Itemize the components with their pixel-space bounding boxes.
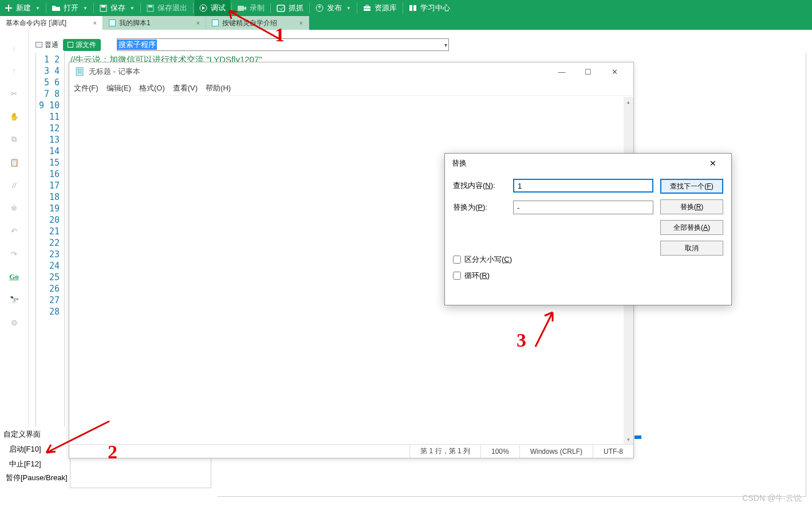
caret-icon: ▼	[36, 6, 40, 11]
cut-icon[interactable]: ✂	[8, 87, 21, 100]
dialog-title: 替换	[452, 158, 467, 168]
dialog-titlebar[interactable]: 替换 ✕	[445, 154, 731, 173]
tab-debug-commands[interactable]: 基本命令内容 [调试] ×	[0, 16, 103, 30]
publish-label: 发布	[327, 3, 342, 13]
svg-rect-1	[101, 5, 105, 7]
close-button[interactable]: ✕	[601, 62, 628, 81]
redo-icon[interactable]: ↷	[8, 248, 21, 260]
binoculars-icon[interactable]: 🔭	[8, 293, 21, 306]
replace-all-button[interactable]: 全部替换(A)	[660, 220, 723, 235]
mode-label: 普通	[45, 40, 58, 50]
hand-icon[interactable]: ✋	[8, 110, 21, 123]
tab-intro[interactable]: 按键精灵自学介绍 ×	[206, 16, 309, 30]
go-button[interactable]: Go	[8, 270, 21, 283]
tab-myscript[interactable]: 我的脚本1 ×	[103, 16, 206, 30]
debug-button[interactable]: 调试	[195, 0, 230, 16]
open-label: 打开	[64, 3, 78, 13]
menu-view[interactable]: 查看(V)	[173, 83, 198, 93]
arrow-down-icon[interactable]: ↓	[8, 41, 21, 54]
learn-button[interactable]: 学习中心	[404, 0, 455, 16]
status-encoding: UTF-8	[593, 445, 633, 458]
menu-help[interactable]: 帮助(H)	[206, 83, 231, 93]
caret-icon: ▼	[346, 6, 351, 11]
arrow-up-icon[interactable]: ↑	[8, 64, 21, 77]
notepad-titlebar[interactable]: 无标题 - 记事本 — ☐ ✕	[69, 62, 633, 81]
search-input[interactable]	[157, 41, 448, 49]
svg-rect-9	[366, 5, 368, 7]
close-icon[interactable]: ×	[299, 19, 303, 26]
search-value: 搜索子程序	[117, 40, 157, 50]
case-checkbox[interactable]	[453, 256, 461, 264]
comment-icon[interactable]: //	[8, 179, 21, 191]
folder-icon	[52, 5, 60, 11]
play-icon	[199, 4, 207, 12]
notepad-title: 无标题 - 记事本	[89, 66, 140, 77]
replace-label: 替换为(P):	[453, 202, 507, 213]
scroll-down-icon[interactable]: ▾	[624, 434, 633, 444]
document-icon	[68, 42, 73, 48]
record-button[interactable]: 录制	[233, 0, 269, 16]
window-icon	[36, 42, 42, 48]
resources-button[interactable]: 资源库	[358, 0, 401, 16]
menu-file[interactable]: 文件(F)	[74, 83, 98, 93]
case-label: 区分大小写(C)	[464, 254, 512, 265]
svg-rect-5	[238, 6, 244, 11]
open-button[interactable]: 打开▼	[48, 0, 92, 16]
capture-button[interactable]: 抓抓	[272, 0, 308, 16]
new-button[interactable]: 新建▼	[0, 0, 45, 16]
wrap-checkbox[interactable]	[453, 272, 461, 280]
record-label: 录制	[250, 3, 265, 13]
source-button[interactable]: 源文件	[63, 39, 101, 51]
uncomment-icon[interactable]: ※	[8, 202, 21, 214]
paste-icon[interactable]: 📋	[8, 156, 21, 168]
svg-rect-3	[148, 5, 152, 7]
save-exit-button[interactable]: 保存退出	[142, 0, 192, 16]
main-toolbar: 新建▼ 打开▼ 保存▼ 保存退出 调试 录制 抓抓 发布▼ 资源库 学习中心	[0, 0, 812, 16]
resources-label: 资源库	[375, 3, 397, 13]
notepad-icon	[75, 67, 84, 76]
status-eol: Windows (CRLF)	[519, 445, 593, 458]
svg-rect-6	[277, 5, 285, 11]
scroll-up-icon[interactable]: ▴	[624, 97, 633, 107]
publish-button[interactable]: 发布▼	[311, 0, 356, 16]
dropdown-icon[interactable]: ▾	[444, 42, 447, 48]
save-button[interactable]: 保存▼	[95, 0, 139, 16]
wrap-label: 循环(R)	[464, 270, 490, 281]
undo-icon[interactable]: ↶	[8, 225, 21, 237]
document-icon	[212, 19, 219, 26]
search-box[interactable]: 搜索子程序 ▾	[117, 38, 449, 51]
find-input[interactable]	[513, 179, 653, 193]
copy-icon[interactable]: ⧉	[8, 133, 21, 146]
document-icon	[109, 19, 116, 26]
dialog-close-button[interactable]: ✕	[701, 159, 724, 168]
tab-label: 我的脚本1	[119, 18, 151, 28]
capture-label: 抓抓	[289, 3, 303, 13]
source-label: 源文件	[76, 40, 96, 50]
debug-label: 调试	[211, 3, 226, 13]
find-label: 查找内容(N):	[453, 181, 507, 191]
menu-format[interactable]: 格式(O)	[139, 83, 165, 93]
settings-icon[interactable]: ⚙	[8, 316, 21, 329]
find-next-button[interactable]: 查找下一个(F)	[660, 179, 723, 194]
replace-button[interactable]: 替换(R)	[660, 199, 723, 214]
mode-normal[interactable]: 普通	[36, 40, 58, 50]
minimize-button[interactable]: —	[549, 62, 575, 81]
close-icon[interactable]: ×	[93, 19, 97, 26]
book-icon	[409, 5, 417, 11]
tab-row: 基本命令内容 [调试] × 我的脚本1 × 按键精灵自学介绍 ×	[0, 16, 812, 30]
capture-icon	[277, 5, 285, 12]
maximize-button[interactable]: ☐	[575, 62, 601, 81]
status-zoom: 100%	[480, 445, 519, 458]
save-label: 保存	[111, 3, 125, 13]
new-label: 新建	[16, 3, 31, 13]
replace-dialog: 替换 ✕ 查找内容(N): 替换为(P): 区分大小写(C) 循环(R) 查找下…	[444, 153, 732, 305]
notepad-menu: 文件(F) 编辑(E) 格式(O) 查看(V) 帮助(H)	[69, 81, 633, 96]
notepad-statusbar: 第 1 行，第 1 列 100% Windows (CRLF) UTF-8	[69, 444, 633, 458]
cancel-button[interactable]: 取消	[660, 241, 723, 256]
menu-edit[interactable]: 编辑(E)	[107, 83, 131, 93]
status-position: 第 1 行，第 1 列	[409, 445, 480, 458]
close-icon[interactable]: ×	[196, 19, 200, 26]
plus-icon	[5, 4, 13, 12]
replace-input[interactable]	[513, 201, 653, 214]
learn-label: 学习中心	[420, 3, 450, 13]
